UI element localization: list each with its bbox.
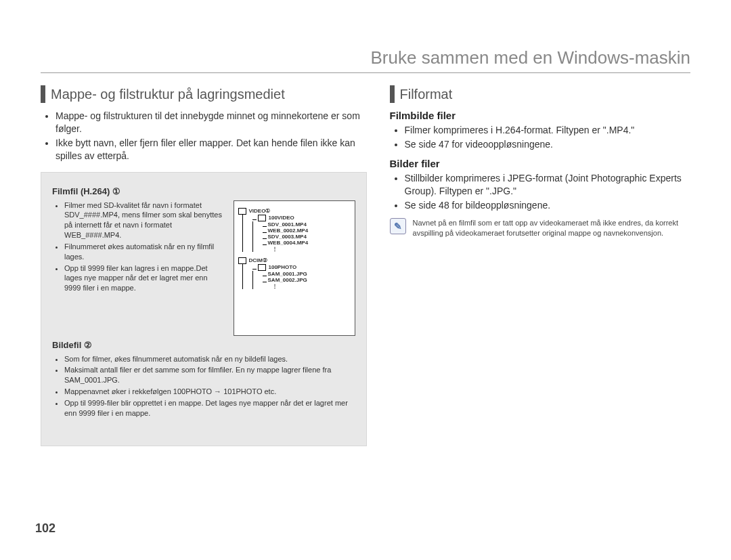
image-heading: Bildefil ② bbox=[52, 340, 355, 350]
bilder-list: Stillbilder komprimeres i JPEG-format (J… bbox=[395, 172, 690, 212]
tree-video-label: VIDEO bbox=[249, 208, 266, 214]
tree-dcim-folder: 100PHOTO bbox=[269, 264, 297, 270]
left-intro-list: Mappe- og filstrukturen til det innebygd… bbox=[46, 110, 367, 163]
tree-file: WEB_0004.MP4 bbox=[268, 240, 351, 246]
section-title-left: Mappe- og filstruktur på lagringsmediet bbox=[51, 87, 285, 102]
section-bar bbox=[390, 85, 395, 103]
right-column: Filformat Filmbilde filer Filmer komprim… bbox=[390, 85, 690, 446]
image-bullet-list: Som for filmer, økes filnummeret automat… bbox=[56, 354, 355, 418]
bullet: Mappenavnet øker i rekkefølgen 100PHOTO … bbox=[64, 387, 355, 397]
bullet: Som for filmer, økes filnummeret automat… bbox=[64, 354, 355, 364]
film-heading: Filmfil (H.264) ① bbox=[52, 186, 355, 196]
folder-tree: VIDEO① 100VIDEO SDV_0001.MP4 WEB_0002.MP… bbox=[234, 200, 355, 336]
bullet: Opp til 9999-filer blir opprettet i en m… bbox=[64, 398, 355, 418]
filmbilde-list: Filmer komprimeres i H.264-format. Filty… bbox=[395, 124, 690, 151]
note-row: ✎ Navnet på en filmfil som er tatt opp a… bbox=[390, 218, 690, 238]
file-structure-box: Filmfil (H.264) ① Filmer med SD-kvalitet… bbox=[41, 172, 367, 446]
film-bullet-list: Filmer med SD-kvalitet får navn i format… bbox=[56, 200, 225, 294]
page-number: 102 bbox=[35, 521, 56, 536]
tree-video-folder: 100VIDEO bbox=[269, 215, 294, 221]
bullet: Maksimalt antall filer er det samme som … bbox=[64, 365, 355, 385]
bullet: Ikke bytt navn, eller fjern filer eller … bbox=[56, 137, 367, 163]
tree-file: WEB_0002.MP4 bbox=[268, 228, 351, 234]
bullet: Filmer med SD-kvalitet får navn i format… bbox=[64, 200, 225, 240]
filmbilde-heading: Filmbilde filer bbox=[390, 110, 690, 121]
tree-dcim-label: DCIM bbox=[249, 257, 263, 263]
bullet: Stillbilder komprimeres i JPEG-format (J… bbox=[405, 172, 690, 198]
tree-file: SAM_0001.JPG bbox=[268, 271, 351, 277]
section-title-right: Filformat bbox=[400, 87, 453, 102]
tree-file: SDV_0001.MP4 bbox=[268, 221, 351, 228]
tree-num-1: ① bbox=[265, 208, 270, 214]
header-divider bbox=[41, 72, 690, 73]
tree-num-2: ② bbox=[263, 257, 267, 263]
left-column: Mappe- og filstruktur på lagringsmediet … bbox=[41, 85, 367, 446]
section-bar bbox=[41, 85, 45, 103]
note-icon: ✎ bbox=[390, 218, 406, 234]
vdots: ⋮ bbox=[272, 283, 351, 289]
bilder-heading: Bilder filer bbox=[390, 158, 690, 169]
page-header-title: Bruke sammen med en Windows-maskin bbox=[41, 47, 690, 68]
note-text: Navnet på en filmfil som er tatt opp av … bbox=[413, 218, 690, 238]
bullet: Filmer komprimeres i H.264-format. Filty… bbox=[405, 124, 690, 137]
bullet: Opp til 9999 filer kan lagres i en mappe… bbox=[64, 263, 225, 294]
tree-file: SDV_0003.MP4 bbox=[268, 234, 351, 240]
tree-file: SAM_0002.JPG bbox=[268, 277, 351, 283]
bullet: Filnummeret økes automatisk når en ny fi… bbox=[64, 242, 225, 262]
bullet: Se side 48 for bildeoppløsningene. bbox=[405, 199, 690, 212]
bullet: Se side 47 for videooppløsningene. bbox=[405, 138, 690, 151]
bullet: Mappe- og filstrukturen til det innebygd… bbox=[56, 110, 367, 135]
vdots: ⋮ bbox=[272, 246, 351, 252]
